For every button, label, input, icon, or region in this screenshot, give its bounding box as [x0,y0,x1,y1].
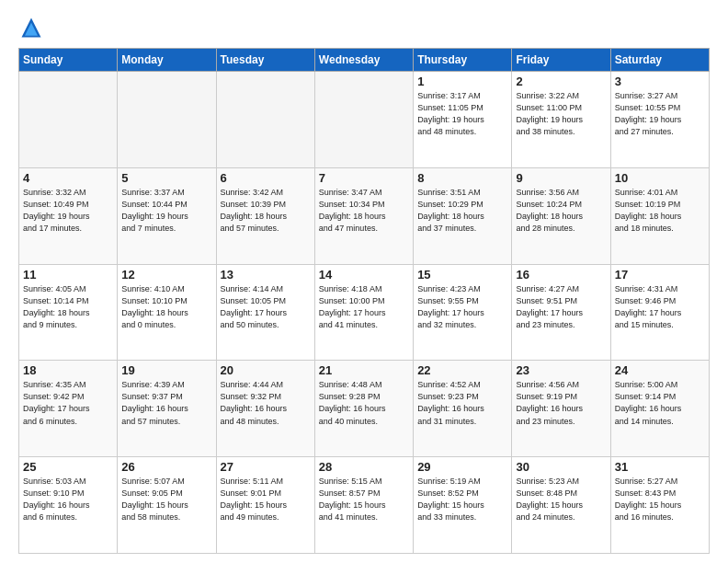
weekday-header-saturday: Saturday [610,49,709,72]
table-row: 7Sunrise: 3:47 AM Sunset: 10:34 PM Dayli… [314,167,413,264]
day-info: Sunrise: 5:15 AM Sunset: 8:57 PM Dayligh… [319,476,409,523]
day-number: 28 [319,460,409,474]
day-info: Sunrise: 4:23 AM Sunset: 9:55 PM Dayligh… [417,283,507,331]
day-number: 15 [417,268,507,282]
table-row: 19Sunrise: 4:39 AM Sunset: 9:37 PM Dayli… [118,361,216,457]
day-info: Sunrise: 4:14 AM Sunset: 10:05 PM Daylig… [221,283,311,331]
day-info: Sunrise: 4:18 AM Sunset: 10:00 PM Daylig… [319,283,409,331]
day-number: 24 [615,363,705,377]
table-row: 30Sunrise: 5:23 AM Sunset: 8:48 PM Dayli… [512,457,610,554]
day-info: Sunrise: 5:23 AM Sunset: 8:48 PM Dayligh… [516,476,606,523]
day-info: Sunrise: 3:17 AM Sunset: 11:05 PM Daylig… [417,90,507,138]
day-number: 29 [417,460,507,474]
day-number: 13 [221,268,311,282]
day-info: Sunrise: 5:19 AM Sunset: 8:52 PM Dayligh… [417,476,507,523]
day-number: 1 [417,75,507,88]
day-number: 2 [516,75,606,88]
table-row: 15Sunrise: 4:23 AM Sunset: 9:55 PM Dayli… [414,264,512,361]
day-number: 17 [615,268,705,282]
table-row: 25Sunrise: 5:03 AM Sunset: 9:10 PM Dayli… [19,457,118,554]
table-row: 3Sunrise: 3:27 AM Sunset: 10:55 PM Dayli… [610,72,709,168]
day-info: Sunrise: 5:11 AM Sunset: 9:01 PM Dayligh… [221,476,311,523]
day-number: 5 [121,171,211,185]
table-row: 22Sunrise: 4:52 AM Sunset: 9:23 PM Dayli… [414,361,512,457]
day-number: 27 [221,460,311,474]
day-number: 21 [319,363,409,377]
day-info: Sunrise: 4:39 AM Sunset: 9:37 PM Dayligh… [121,379,211,427]
weekday-header-monday: Monday [118,49,216,72]
day-number: 10 [615,171,705,185]
table-row: 21Sunrise: 4:48 AM Sunset: 9:28 PM Dayli… [314,361,413,457]
day-info: Sunrise: 3:56 AM Sunset: 10:24 PM Daylig… [516,187,606,235]
calendar-week-row: 1Sunrise: 3:17 AM Sunset: 11:05 PM Dayli… [19,72,710,168]
weekday-header-friday: Friday [512,49,610,72]
day-info: Sunrise: 4:27 AM Sunset: 9:51 PM Dayligh… [516,283,606,331]
day-number: 22 [417,363,507,377]
day-number: 11 [23,268,113,282]
day-info: Sunrise: 3:32 AM Sunset: 10:49 PM Daylig… [23,187,113,235]
table-row: 28Sunrise: 5:15 AM Sunset: 8:57 PM Dayli… [314,457,413,554]
weekday-header-sunday: Sunday [19,49,118,72]
day-number: 12 [121,268,211,282]
day-info: Sunrise: 3:42 AM Sunset: 10:39 PM Daylig… [221,187,311,235]
table-row: 18Sunrise: 4:35 AM Sunset: 9:42 PM Dayli… [19,361,118,457]
day-number: 4 [23,171,113,185]
day-info: Sunrise: 3:47 AM Sunset: 10:34 PM Daylig… [319,187,409,235]
day-number: 18 [23,363,113,377]
table-row: 10Sunrise: 4:01 AM Sunset: 10:19 PM Dayl… [610,167,709,264]
day-info: Sunrise: 5:27 AM Sunset: 8:43 PM Dayligh… [615,476,705,523]
day-number: 25 [23,460,113,474]
table-row: 23Sunrise: 4:56 AM Sunset: 9:19 PM Dayli… [512,361,610,457]
header [18,15,710,40]
day-info: Sunrise: 4:56 AM Sunset: 9:19 PM Dayligh… [516,379,606,427]
table-row: 5Sunrise: 3:37 AM Sunset: 10:44 PM Dayli… [118,167,216,264]
page: SundayMondayTuesdayWednesdayThursdayFrid… [0,0,728,563]
day-info: Sunrise: 3:51 AM Sunset: 10:29 PM Daylig… [417,187,507,235]
day-info: Sunrise: 4:01 AM Sunset: 10:19 PM Daylig… [615,187,705,235]
table-row: 6Sunrise: 3:42 AM Sunset: 10:39 PM Dayli… [216,167,314,264]
table-row: 14Sunrise: 4:18 AM Sunset: 10:00 PM Dayl… [314,264,413,361]
day-number: 14 [319,268,409,282]
table-row: 4Sunrise: 3:32 AM Sunset: 10:49 PM Dayli… [19,167,118,264]
day-number: 23 [516,363,606,377]
weekday-header-thursday: Thursday [414,49,512,72]
day-info: Sunrise: 4:44 AM Sunset: 9:32 PM Dayligh… [221,379,311,427]
table-row: 20Sunrise: 4:44 AM Sunset: 9:32 PM Dayli… [216,361,314,457]
calendar-week-row: 25Sunrise: 5:03 AM Sunset: 9:10 PM Dayli… [19,457,710,554]
table-row [216,72,314,168]
day-info: Sunrise: 3:22 AM Sunset: 11:00 PM Daylig… [516,90,606,138]
day-info: Sunrise: 5:00 AM Sunset: 9:14 PM Dayligh… [615,379,705,427]
day-info: Sunrise: 4:48 AM Sunset: 9:28 PM Dayligh… [319,379,409,427]
day-number: 19 [121,363,211,377]
table-row [118,72,216,168]
table-row: 1Sunrise: 3:17 AM Sunset: 11:05 PM Dayli… [414,72,512,168]
day-number: 30 [516,460,606,474]
table-row: 17Sunrise: 4:31 AM Sunset: 9:46 PM Dayli… [610,264,709,361]
table-row: 31Sunrise: 5:27 AM Sunset: 8:43 PM Dayli… [610,457,709,554]
day-info: Sunrise: 4:35 AM Sunset: 9:42 PM Dayligh… [23,379,113,427]
table-row: 11Sunrise: 4:05 AM Sunset: 10:14 PM Dayl… [19,264,118,361]
table-row: 9Sunrise: 3:56 AM Sunset: 10:24 PM Dayli… [512,167,610,264]
day-number: 9 [516,171,606,185]
day-number: 26 [121,460,211,474]
table-row: 13Sunrise: 4:14 AM Sunset: 10:05 PM Dayl… [216,264,314,361]
calendar-week-row: 4Sunrise: 3:32 AM Sunset: 10:49 PM Dayli… [19,167,710,264]
calendar-week-row: 18Sunrise: 4:35 AM Sunset: 9:42 PM Dayli… [19,361,710,457]
table-row: 27Sunrise: 5:11 AM Sunset: 9:01 PM Dayli… [216,457,314,554]
day-number: 20 [221,363,311,377]
day-info: Sunrise: 3:37 AM Sunset: 10:44 PM Daylig… [121,187,211,235]
day-number: 16 [516,268,606,282]
weekday-header-row: SundayMondayTuesdayWednesdayThursdayFrid… [19,49,710,72]
day-number: 6 [221,171,311,185]
day-info: Sunrise: 4:10 AM Sunset: 10:10 PM Daylig… [121,283,211,331]
day-number: 8 [417,171,507,185]
table-row: 2Sunrise: 3:22 AM Sunset: 11:00 PM Dayli… [512,72,610,168]
day-info: Sunrise: 4:52 AM Sunset: 9:23 PM Dayligh… [417,379,507,427]
logo [18,15,48,40]
table-row: 26Sunrise: 5:07 AM Sunset: 9:05 PM Dayli… [118,457,216,554]
day-number: 31 [615,460,705,474]
table-row [19,72,118,168]
table-row [314,72,413,168]
day-number: 3 [615,75,705,88]
table-row: 24Sunrise: 5:00 AM Sunset: 9:14 PM Dayli… [610,361,709,457]
